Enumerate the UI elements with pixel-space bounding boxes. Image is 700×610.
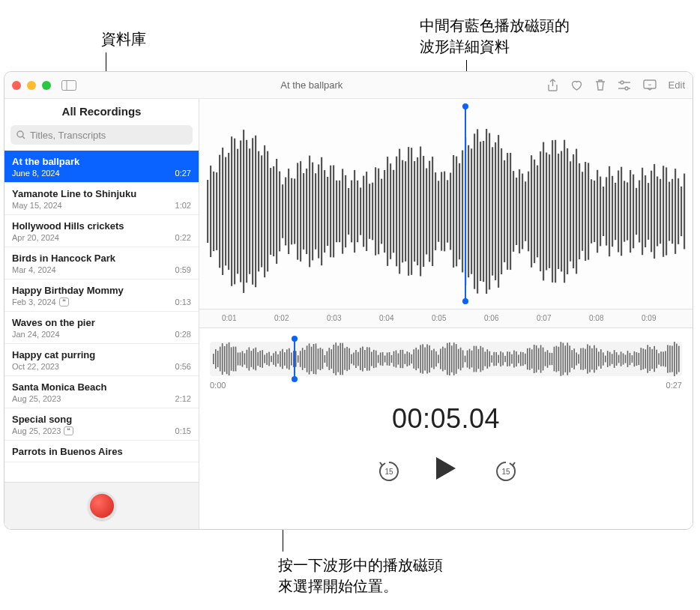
recording-meta: May 15, 20241:02 — [12, 201, 191, 210]
recording-item[interactable]: At the ballparkJune 8, 20240:27 — [4, 151, 199, 183]
play-button[interactable] — [435, 456, 457, 484]
svg-rect-364 — [645, 349, 646, 368]
recording-date: Oct 22, 2023 — [12, 362, 59, 371]
svg-rect-274 — [444, 348, 446, 369]
svg-rect-32 — [273, 166, 274, 256]
svg-rect-172 — [217, 351, 219, 367]
playhead[interactable] — [465, 106, 466, 301]
search-input[interactable]: Titles, Transcripts — [10, 125, 193, 145]
svg-rect-231 — [349, 348, 350, 370]
svg-rect-41 — [300, 161, 301, 262]
ruler-tick: 0:09 — [642, 314, 656, 322]
recording-meta: Mar 4, 20240:59 — [12, 265, 191, 274]
svg-rect-90 — [447, 180, 448, 242]
svg-rect-226 — [337, 345, 339, 372]
svg-rect-262 — [417, 349, 419, 368]
record-bar — [4, 482, 199, 529]
svg-rect-71 — [390, 163, 391, 259]
svg-rect-185 — [247, 350, 248, 368]
svg-rect-266 — [426, 344, 428, 373]
overview-playhead[interactable] — [294, 337, 295, 381]
skip-forward-button[interactable]: 15 — [493, 459, 516, 481]
svg-rect-116 — [525, 181, 526, 241]
svg-rect-182 — [240, 352, 241, 365]
svg-rect-113 — [516, 178, 517, 245]
svg-rect-325 — [558, 347, 560, 371]
svg-rect-19 — [234, 139, 235, 285]
svg-rect-18 — [231, 136, 232, 286]
svg-rect-159 — [654, 164, 655, 259]
svg-rect-91 — [450, 172, 451, 250]
svg-rect-336 — [582, 348, 584, 369]
zoom-window-button[interactable] — [42, 81, 51, 90]
recording-item[interactable]: Happy Birthday MommyFeb 3, 2024❝0:13 — [4, 280, 199, 312]
recording-title: Waves on the pier — [12, 317, 191, 328]
recording-title: Special song — [12, 414, 191, 425]
svg-rect-160 — [657, 176, 658, 246]
svg-rect-79 — [414, 161, 415, 262]
recording-item[interactable]: Happy cat purringOct 22, 20230:56 — [4, 344, 199, 376]
edit-button[interactable]: Edit — [669, 79, 685, 91]
recording-item[interactable]: Parrots in Buenos Aires — [4, 441, 199, 462]
svg-text:15: 15 — [501, 468, 510, 476]
svg-rect-10 — [207, 180, 208, 243]
svg-rect-215 — [313, 344, 315, 374]
close-window-button[interactable] — [12, 81, 21, 90]
svg-rect-149 — [624, 181, 625, 241]
recording-item[interactable]: Santa Monica BeachAug 25, 20232:12 — [4, 376, 199, 408]
svg-rect-233 — [353, 352, 354, 365]
transcript-icon[interactable]: •• — [643, 79, 657, 91]
record-button[interactable] — [88, 492, 116, 520]
recording-item[interactable]: Waves on the pierJan 24, 20240:28 — [4, 312, 199, 344]
svg-rect-139 — [594, 181, 595, 242]
svg-rect-35 — [282, 184, 283, 238]
recording-duration: 0:13 — [175, 298, 191, 306]
favorite-icon[interactable] — [570, 79, 583, 91]
svg-line-9 — [22, 136, 25, 139]
svg-rect-24 — [249, 148, 250, 274]
svg-rect-258 — [408, 352, 410, 365]
svg-rect-225 — [335, 342, 337, 375]
svg-rect-256 — [405, 354, 406, 364]
svg-rect-209 — [300, 351, 301, 367]
skip-back-button[interactable]: 15 — [376, 459, 399, 481]
recording-item[interactable]: Hollywood Hills cricketsApr 20, 20240:22 — [4, 215, 199, 247]
share-icon[interactable] — [547, 79, 558, 92]
svg-rect-248 — [387, 352, 388, 365]
svg-rect-244 — [378, 355, 379, 363]
svg-rect-99 — [474, 133, 475, 289]
svg-rect-278 — [453, 342, 455, 375]
svg-rect-53 — [336, 181, 337, 242]
svg-rect-76 — [405, 161, 406, 262]
svg-rect-163 — [666, 167, 667, 255]
svg-rect-329 — [567, 342, 568, 375]
recording-item[interactable]: Yamanote Line to ShinjukuMay 15, 20241:0… — [4, 183, 199, 215]
svg-rect-166 — [675, 169, 676, 254]
trash-icon[interactable] — [595, 79, 606, 91]
settings-icon[interactable] — [618, 80, 631, 91]
svg-rect-100 — [477, 129, 478, 293]
svg-rect-344 — [600, 349, 602, 369]
recording-title: Happy cat purring — [12, 349, 191, 360]
svg-rect-272 — [440, 348, 441, 369]
recording-title: Birds in Hancock Park — [12, 253, 191, 264]
minimize-window-button[interactable] — [27, 81, 36, 90]
svg-rect-305 — [513, 350, 515, 367]
svg-rect-249 — [389, 352, 390, 366]
waveform-detail[interactable] — [199, 99, 693, 309]
recording-item[interactable]: Birds in Hancock ParkMar 4, 20240:59 — [4, 247, 199, 280]
waveform-overview[interactable] — [210, 342, 682, 376]
svg-rect-333 — [576, 352, 577, 365]
ruler-tick: 0:02 — [274, 314, 289, 322]
svg-rect-311 — [527, 348, 528, 369]
svg-rect-220 — [325, 355, 326, 363]
svg-rect-275 — [447, 343, 448, 375]
recordings-list: At the ballparkJune 8, 20240:27Yamanote … — [4, 151, 199, 482]
overview-start-time: 0:00 — [210, 381, 226, 390]
sidebar-toggle-button[interactable] — [61, 80, 76, 91]
svg-rect-290 — [480, 346, 482, 372]
recording-item[interactable]: Special songAug 25, 2023❝0:15 — [4, 408, 199, 441]
svg-rect-158 — [651, 171, 652, 253]
svg-rect-332 — [573, 348, 575, 369]
svg-rect-176 — [226, 344, 228, 374]
